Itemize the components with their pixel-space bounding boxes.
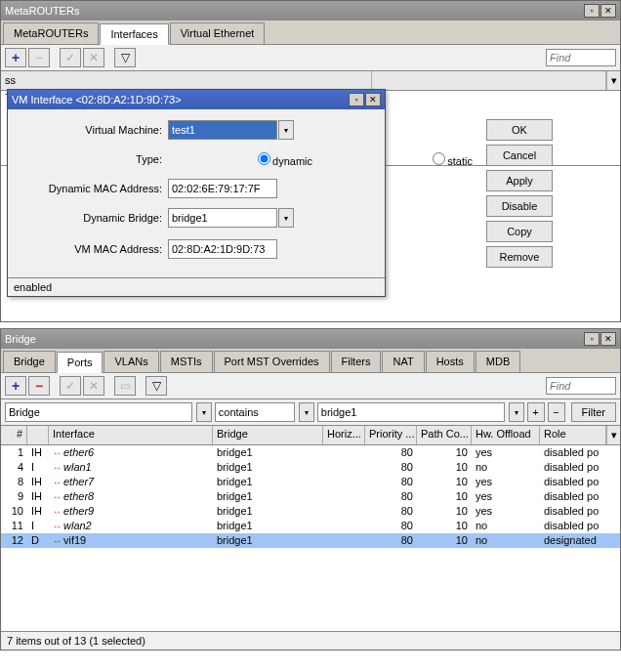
bridge-titlebar: Bridge ▫ ✕ xyxy=(1,329,620,349)
bridge-status: 7 items out of 13 (1 selected) xyxy=(1,631,620,650)
title-buttons: ▫ ✕ xyxy=(584,4,616,18)
bridge-tab-port-mst-overrides[interactable]: Port MST Overrides xyxy=(214,351,330,372)
bridge-tab-hosts[interactable]: Hosts xyxy=(426,351,475,372)
table-row[interactable]: 9IH↔ether8bridge18010yesdisabled po xyxy=(1,489,620,504)
bridge-close-button[interactable]: ✕ xyxy=(600,332,616,346)
remove-button[interactable]: Remove xyxy=(486,246,553,268)
tab-virtual-ethernet[interactable]: Virtual Ethernet xyxy=(170,22,266,44)
col-num[interactable]: # xyxy=(1,426,27,444)
dynamic-mac-input[interactable] xyxy=(168,179,277,198)
col-interface[interactable]: Interface xyxy=(49,426,213,444)
col-role[interactable]: Role xyxy=(540,426,606,444)
bridge-window: Bridge ▫ ✕ BridgePortsVLANsMSTIsPort MST… xyxy=(0,328,621,651)
filter-column-input[interactable] xyxy=(5,402,192,422)
interface-icon: ↔ xyxy=(53,505,62,519)
table-row[interactable]: 11I↔wlan2bridge18010nodisabled po xyxy=(1,519,620,533)
dialog-status: enabled xyxy=(8,277,385,296)
bridge-tab-bridge[interactable]: Bridge xyxy=(3,351,56,372)
metarouters-titlebar: MetaROUTERs ▫ ✕ xyxy=(1,1,620,21)
bridge-tabs: BridgePortsVLANsMSTIsPort MST OverridesF… xyxy=(1,349,620,373)
dialog-close-button[interactable]: ✕ xyxy=(365,93,381,106)
filter-remove-button[interactable]: − xyxy=(548,402,565,422)
dynamic-bridge-dropdown[interactable]: ▾ xyxy=(278,208,294,228)
filter-value-input[interactable] xyxy=(317,402,505,422)
bridge-remove-button[interactable]: − xyxy=(28,376,50,396)
type-static-option[interactable]: static xyxy=(328,152,478,167)
filter-add-button[interactable]: + xyxy=(527,402,545,422)
table-row[interactable]: 10IH↔ether9bridge18010yesdisabled po xyxy=(1,504,620,519)
bridge-grid: # Interface Bridge Horiz... Priority ...… xyxy=(1,426,620,631)
bridge-enable-button[interactable]: ✓ xyxy=(60,376,81,396)
filter-op-input[interactable] xyxy=(215,402,295,422)
interface-icon: ↔ xyxy=(53,520,62,533)
col-pathcost[interactable]: Path Co... xyxy=(417,426,472,444)
bridge-filter-toggle[interactable]: ▽ xyxy=(145,376,167,396)
type-radio-group: dynamic static xyxy=(168,152,478,167)
disable-button[interactable]: ✕ xyxy=(83,48,104,67)
add-button[interactable]: + xyxy=(5,48,26,67)
col-flags[interactable] xyxy=(27,426,49,444)
col-menu[interactable]: ▾ xyxy=(606,426,620,444)
vm-interface-dialog: VM Interface <02:8D:A2:1D:9D:73> ▫ ✕ Vir… xyxy=(7,89,386,297)
bridge-title: Bridge xyxy=(5,333,36,345)
bridge-tab-vlans[interactable]: VLANs xyxy=(104,351,158,372)
col-blank[interactable] xyxy=(372,71,606,90)
table-row[interactable]: 4I↔wlan1bridge18010nodisabled po xyxy=(1,460,620,475)
dynamic-bridge-label: Dynamic Bridge: xyxy=(18,212,168,224)
interface-icon: ↔ xyxy=(53,490,62,504)
col-bridge[interactable]: Bridge xyxy=(213,426,323,444)
virtual-machine-dropdown[interactable]: ▾ xyxy=(278,120,294,140)
vm-mac-input[interactable] xyxy=(168,239,277,259)
bridge-add-button[interactable]: + xyxy=(5,376,26,396)
filter-column-dropdown[interactable]: ▾ xyxy=(196,402,212,422)
find-input[interactable] xyxy=(546,49,616,66)
remove-button[interactable]: − xyxy=(28,48,50,67)
bridge-comment-button[interactable]: ▭ xyxy=(114,376,136,396)
bridge-minimize-button[interactable]: ▫ xyxy=(584,332,600,346)
dialog-minimize-button[interactable]: ▫ xyxy=(349,93,364,106)
tab-metarouters[interactable]: MetaROUTERs xyxy=(3,22,99,44)
type-label: Type: xyxy=(18,153,168,165)
table-row[interactable]: 8IH↔ether7bridge18010yesdisabled po xyxy=(1,475,620,489)
col-menu[interactable]: ▾ xyxy=(606,71,620,90)
bridge-disable-button[interactable]: ✕ xyxy=(83,376,104,396)
col-hwoffload[interactable]: Hw. Offload xyxy=(472,426,540,444)
filter-value-dropdown[interactable]: ▾ xyxy=(509,402,524,422)
type-static-radio[interactable] xyxy=(433,152,445,165)
bridge-tab-filters[interactable]: Filters xyxy=(331,351,382,372)
close-button[interactable]: ✕ xyxy=(600,4,616,18)
dialog-button-column: OK Cancel Apply Disable Copy Remove xyxy=(486,119,553,268)
col-priority[interactable]: Priority ... xyxy=(365,426,417,444)
dialog-title-buttons: ▫ ✕ xyxy=(349,93,381,106)
bridge-title-buttons: ▫ ✕ xyxy=(584,332,616,346)
enable-button[interactable]: ✓ xyxy=(60,48,81,67)
tab-interfaces[interactable]: Interfaces xyxy=(100,23,168,45)
bridge-tab-ports[interactable]: Ports xyxy=(57,352,104,373)
bridge-tab-mstis[interactable]: MSTIs xyxy=(160,351,213,372)
filter-button[interactable]: ▽ xyxy=(114,48,136,67)
bridge-tab-nat[interactable]: NAT xyxy=(382,351,424,372)
ok-button[interactable]: OK xyxy=(486,119,553,141)
dynamic-bridge-input[interactable] xyxy=(168,208,277,228)
type-dynamic-option[interactable]: dynamic xyxy=(168,152,318,167)
metarouters-tabs: MetaROUTERs Interfaces Virtual Ethernet xyxy=(1,21,620,45)
virtual-machine-input[interactable] xyxy=(168,120,277,140)
col-horizon[interactable]: Horiz... xyxy=(323,426,365,444)
copy-button[interactable]: Copy xyxy=(486,221,553,242)
cancel-button[interactable]: Cancel xyxy=(486,145,553,166)
apply-button[interactable]: Apply xyxy=(486,170,553,191)
table-row[interactable]: 12D↔vif19bridge18010nodesignated xyxy=(1,533,620,548)
filter-op-dropdown[interactable]: ▾ xyxy=(299,402,314,422)
bridge-grid-body[interactable]: 1IH↔ether6bridge18010yesdisabled po4I↔wl… xyxy=(1,445,620,631)
filter-apply-button[interactable]: Filter xyxy=(571,402,616,422)
disable-button[interactable]: Disable xyxy=(486,195,553,217)
bridge-tab-mdb[interactable]: MDB xyxy=(476,351,520,372)
bridge-find-input[interactable] xyxy=(546,377,616,395)
bridge-toolbar: + − ✓ ✕ ▭ ▽ xyxy=(1,373,620,399)
type-dynamic-radio[interactable] xyxy=(258,152,270,165)
col-vm-mac[interactable]: ss xyxy=(1,71,372,90)
minimize-button[interactable]: ▫ xyxy=(584,4,600,18)
interface-icon: ↔ xyxy=(53,446,62,460)
table-row[interactable]: 1IH↔ether6bridge18010yesdisabled po xyxy=(1,445,620,460)
dialog-title: VM Interface <02:8D:A2:1D:9D:73> xyxy=(12,94,182,105)
